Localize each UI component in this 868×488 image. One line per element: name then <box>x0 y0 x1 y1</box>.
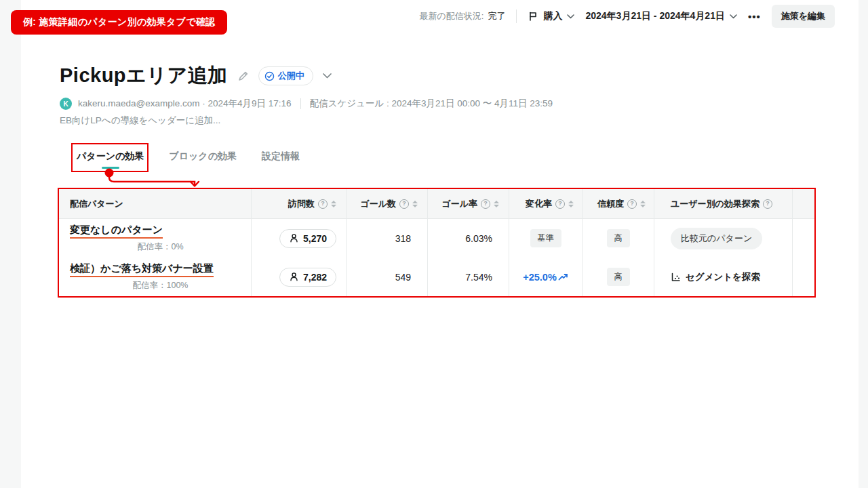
meta-row: K kakeru.maeda@example.com · 2024年4月9日 1… <box>60 98 553 110</box>
avatar: K <box>60 98 72 110</box>
goals-cell: 318 <box>346 219 427 258</box>
table-row-baseline-pattern: 変更なしのパターン 配信率：0% 5,270 318 6.03% <box>59 219 814 258</box>
confidence-cell: 高 <box>582 219 654 258</box>
delivery-status: 最新の配信状況: 完了 <box>420 10 506 22</box>
help-icon[interactable] <box>318 199 328 209</box>
visits-value: 7,282 <box>303 272 327 283</box>
check-circle-icon <box>264 71 275 81</box>
edit-campaign-button[interactable]: 施策を編集 <box>772 5 835 28</box>
visits-cell: 5,270 <box>251 219 346 258</box>
col-header-label: ユーザー別の効果探索 <box>671 198 760 210</box>
sort-icon[interactable] <box>640 201 646 207</box>
chevron-down-icon <box>730 14 737 19</box>
baseline-badge: 基準 <box>530 229 561 247</box>
change-rate-cell: 基準 <box>509 219 582 258</box>
col-header-label: 配信パターン <box>70 198 123 210</box>
date-range-label: 2024年3月21日 - 2024年4月21日 <box>585 10 724 22</box>
sort-icon[interactable] <box>568 201 574 207</box>
left-gutter <box>0 0 21 488</box>
confidence-cell: 高 <box>582 258 654 296</box>
pattern-effect-table: 配信パターン 訪問数 ゴール数 ゴール率 変化率 <box>58 188 816 298</box>
chevron-down-icon <box>567 14 574 19</box>
campaign-description: EB向けLPへの導線をヘッダーに追加... <box>60 115 220 127</box>
delivery-rate-label: 配信率：0% <box>137 241 183 253</box>
col-header-label: 訪問数 <box>288 198 315 210</box>
row-spacer <box>792 258 814 296</box>
author-and-date: kakeru.maeda@example.com · 2024年4月9日 17:… <box>78 98 292 110</box>
goal-rate-cell: 7.54% <box>427 258 509 296</box>
help-icon[interactable] <box>763 199 772 209</box>
topbar: 最新の配信状況: 完了 購入 2024年3月21日 - 2024年4月21日 •… <box>420 5 835 27</box>
tab-bar: パターンの効果 ブロックの効果 設定情報 <box>77 150 300 167</box>
pattern-name-link[interactable]: 変更なしのパターン <box>70 224 163 239</box>
delivery-rate-label: 配信率：100% <box>133 280 189 291</box>
tab-pattern-effect[interactable]: パターンの効果 <box>77 150 144 167</box>
publish-status-badge[interactable]: 公開中 <box>258 66 313 85</box>
visits-cell: 7,282 <box>251 258 346 296</box>
explore-cell: セグメントを探索 <box>654 258 792 296</box>
help-icon[interactable] <box>399 199 409 209</box>
goals-value: 318 <box>395 233 411 244</box>
date-range-selector[interactable]: 2024年3月21日 - 2024年4月21日 <box>585 10 736 22</box>
meta-divider <box>300 98 301 109</box>
sort-icon[interactable] <box>494 201 499 207</box>
right-gutter <box>859 0 868 488</box>
delivery-schedule: 配信スケジュール : 2024年3月21日 00:00 〜 4月11日 23:5… <box>310 98 553 110</box>
more-menu-button[interactable]: ••• <box>748 11 761 22</box>
col-header-goals[interactable]: ゴール数 <box>346 189 427 218</box>
change-rate-value: +25.0% <box>523 272 568 283</box>
help-icon[interactable] <box>555 199 565 209</box>
explore-segments-link[interactable]: セグメントを探索 <box>671 271 760 283</box>
goal-rate-cell: 6.03% <box>427 219 509 258</box>
goals-value: 549 <box>395 272 411 283</box>
tab-block-effect[interactable]: ブロックの効果 <box>169 150 237 167</box>
row-spacer <box>792 219 814 258</box>
confidence-badge: 高 <box>607 268 630 286</box>
visits-count-pill[interactable]: 5,270 <box>279 229 336 248</box>
goals-cell: 549 <box>346 258 427 296</box>
visits-value: 5,270 <box>303 233 327 244</box>
annotation-callout: 例: 施策詳細のパターン別の効果タブで確認 <box>11 10 227 35</box>
col-header-label: ゴール数 <box>360 198 396 210</box>
change-rate-text: +25.0% <box>523 272 557 283</box>
col-header-label: 信頼度 <box>597 198 624 210</box>
explore-cell: 比較元のパターン <box>654 219 792 258</box>
col-header-confidence[interactable]: 信頼度 <box>582 189 654 218</box>
help-icon[interactable] <box>627 199 637 209</box>
col-header-label: ゴール率 <box>441 198 477 210</box>
comparison-source-badge: 比較元のパターン <box>671 228 762 249</box>
sort-icon[interactable] <box>412 201 418 207</box>
title-row: Pickupエリア追加 公開中 <box>60 62 332 89</box>
explore-segments-label: セグメントを探索 <box>686 271 760 283</box>
table-header-row: 配信パターン 訪問数 ゴール数 ゴール率 変化率 <box>59 189 814 219</box>
annotation-arrow <box>68 166 217 190</box>
help-icon[interactable] <box>481 199 490 209</box>
change-rate-cell: +25.0% <box>509 258 582 296</box>
campaign-detail-page: 例: 施策詳細のパターン別の効果タブで確認 最新の配信状況: 完了 購入 202… <box>0 0 868 488</box>
page-title: Pickupエリア追加 <box>60 62 228 89</box>
goal-rate-value: 6.03% <box>465 233 492 244</box>
col-header-pattern: 配信パターン <box>59 189 251 218</box>
visits-count-pill[interactable]: 7,282 <box>279 268 336 287</box>
confidence-badge: 高 <box>607 229 630 247</box>
goal-selector-label: 購入 <box>543 10 562 22</box>
col-header-visits[interactable]: 訪問数 <box>251 189 346 218</box>
col-header-explore: ユーザー別の効果探索 <box>654 189 792 218</box>
chevron-down-icon[interactable] <box>323 73 332 79</box>
person-icon <box>289 272 299 282</box>
col-header-change-rate[interactable]: 変化率 <box>509 189 582 218</box>
pattern-cell: 変更なしのパターン 配信率：0% <box>59 219 251 258</box>
edit-title-icon[interactable] <box>237 70 249 82</box>
col-header-spacer <box>792 189 814 218</box>
sort-icon[interactable] <box>331 201 336 207</box>
topbar-divider <box>516 9 517 23</box>
goal-selector[interactable]: 購入 <box>528 10 574 22</box>
pattern-cell: 検証）かご落ち対策バナー設置 配信率：100% <box>59 258 251 296</box>
pattern-name-link[interactable]: 検証）かご落ち対策バナー設置 <box>70 262 214 278</box>
flag-icon <box>528 11 538 22</box>
tab-settings[interactable]: 設定情報 <box>262 150 300 167</box>
col-header-goal-rate[interactable]: ゴール率 <box>427 189 509 218</box>
col-header-label: 変化率 <box>526 198 552 210</box>
trend-up-icon <box>558 272 568 281</box>
table-row-test-pattern: 検証）かご落ち対策バナー設置 配信率：100% 7,282 549 7.54% <box>59 258 814 296</box>
